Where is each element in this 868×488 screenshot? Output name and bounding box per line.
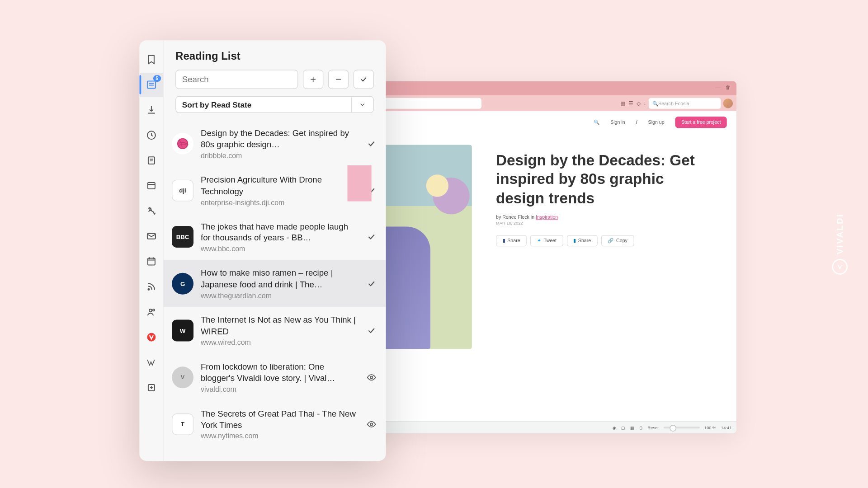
byline-link[interactable]: Inspiration [536,214,558,220]
panel-title: Reading List [175,50,241,62]
list-item[interactable]: VFrom lockdown to liberation: One blogge… [163,354,386,400]
code-icon[interactable]: ⟨⟩ [639,425,643,430]
item-title: The Secrets of Great Pad Thai - The New … [201,408,358,431]
item-title: The Internet Is Not as New as You Think … [201,314,358,337]
brand-watermark: VIVALDI [832,213,848,275]
item-title: The jokes that have made people laugh fo… [201,221,358,244]
svg-point-16 [152,309,154,311]
item-domain: dribbble.com [201,151,358,160]
read-check-icon[interactable] [365,279,377,288]
unread-eye-icon[interactable] [365,419,377,429]
favicon: V [172,366,193,388]
camera-icon[interactable]: ◉ [613,425,616,430]
minimize-icon[interactable]: — [716,85,723,92]
remove-button[interactable] [328,70,349,89]
notes-icon[interactable] [139,149,163,173]
list-item[interactable]: GHow to make miso ramen – recipe | Japan… [163,260,386,307]
share-twitter[interactable]: ✦Tweet [530,235,563,246]
read-check-icon[interactable] [365,326,377,335]
history-icon[interactable] [139,123,163,147]
search-field[interactable]: 🔍 Search Ecosia [649,98,721,109]
contacts-icon[interactable] [139,300,163,324]
item-domain: vivaldi.com [201,385,358,394]
item-title: Design by the Decades: Get inspired by 8… [201,127,358,150]
zoom-level: 100 % [704,426,716,430]
close-icon[interactable]: 🗑 [726,85,733,92]
vivaldi-logo-icon [832,259,848,275]
copy-link[interactable]: 🔗Copy [601,235,634,246]
svg-point-27 [370,423,373,425]
item-domain: www.theguardian.com [201,291,358,300]
search-icon[interactable]: 🔍 [594,119,599,125]
favicon: G [172,273,193,295]
reading-list-icon[interactable]: 5 [139,73,163,97]
signup-link[interactable]: Sign up [648,119,665,125]
list-item[interactable]: TThe Secrets of Great Pad Thai - The New… [163,401,386,447]
feeds-icon[interactable] [139,275,163,299]
svg-rect-10 [147,258,155,265]
signin-link[interactable]: Sign in [610,119,625,125]
list-item[interactable]: Design by the Decades: Get inspired by 8… [163,120,386,167]
share-facebook[interactable]: ▮Share [496,235,527,246]
svg-point-26 [370,376,373,378]
unread-badge: 5 [153,75,161,82]
mail-icon[interactable] [139,224,163,248]
favicon: BBC [172,226,193,248]
reset-zoom[interactable]: Reset [648,426,659,430]
reader-icon[interactable]: ☰ [628,100,633,106]
calendar-icon[interactable] [139,249,163,273]
qr-icon[interactable]: ▦ [620,100,626,106]
window-icon[interactable] [139,174,163,197]
favicon: W [172,320,193,342]
add-panel-icon[interactable] [139,375,163,399]
wikipedia-icon[interactable] [139,350,163,374]
item-domain: www.bbc.com [201,245,358,253]
downloads-icon[interactable] [139,98,163,122]
reading-list-panel: 5 [139,40,386,461]
svg-point-15 [149,309,151,312]
item-title: How to make miso ramen – recipe | Japane… [201,267,358,290]
clock: 14:41 [721,426,731,430]
item-domain: www.wired.com [201,338,358,347]
favicon: T [172,413,193,435]
article-date: MAR 10, 2022 [496,221,712,225]
search-input[interactable] [175,70,298,89]
svg-point-14 [148,289,149,290]
read-check-icon[interactable] [365,139,377,148]
add-button[interactable] [303,70,323,89]
image-icon[interactable]: ▦ [630,425,634,430]
unread-eye-icon[interactable] [365,372,377,382]
svg-rect-7 [147,183,155,189]
bookmarks-icon[interactable] [139,47,163,71]
profile-avatar[interactable] [723,99,733,108]
mark-read-button[interactable] [354,70,374,89]
item-domain: www.nytimes.com [201,432,358,441]
download-icon[interactable]: ↓ [644,100,646,106]
list-item[interactable]: WThe Internet Is Not as New as You Think… [163,307,386,354]
article-byline: by Renee Fleck in Inspiration [496,214,712,220]
bookmark-icon[interactable]: ◇ [637,100,641,106]
vivaldi-icon[interactable] [139,325,163,349]
tile-icon[interactable]: ▢ [621,425,625,430]
cta-button[interactable]: Start a free project [675,116,727,127]
panel-sidebar: 5 [139,40,163,461]
item-title: Precision Agriculture With Drone Technol… [201,174,358,197]
translate-icon[interactable] [139,199,163,223]
item-title: From lockdown to liberation: One blogger… [201,361,358,384]
read-check-icon[interactable] [365,232,377,242]
zoom-slider[interactable] [664,427,700,428]
item-domain: enterprise-insights.dji.com [201,198,358,206]
list-item[interactable]: BBCThe jokes that have made people laugh… [163,214,386,260]
favicon: dji [172,179,193,201]
share-linkedin[interactable]: ▮Share [567,235,598,246]
article-title: Design by the Decades: Get inspired by 8… [496,151,712,207]
favicon [172,133,193,155]
sort-select[interactable]: Sort by Read State [175,96,374,113]
